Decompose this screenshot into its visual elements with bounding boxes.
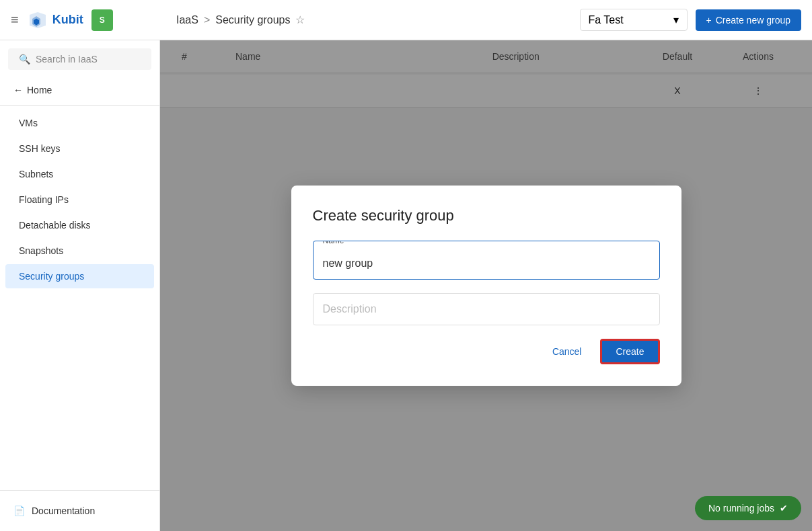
- topbar-left: ≡ Kubit S: [11, 9, 171, 31]
- modal-actions: Cancel Create: [313, 339, 660, 364]
- favorite-icon[interactable]: ☆: [295, 13, 305, 26]
- user-avatar: S: [91, 9, 113, 31]
- vms-label: VMs: [19, 118, 38, 128]
- breadcrumb-current: Security groups: [215, 14, 290, 26]
- modal-create-security-group: Create security group Name * Canc: [291, 186, 681, 386]
- sidebar-item-subnets[interactable]: Subnets: [5, 162, 154, 186]
- menu-icon[interactable]: ≡: [11, 12, 19, 28]
- check-icon: ✔: [780, 503, 788, 514]
- sidebar-item-security-groups[interactable]: Security groups: [5, 264, 154, 288]
- detachable-disks-label: Detachable disks: [19, 220, 91, 231]
- ssh-keys-label: SSH keys: [19, 143, 60, 154]
- status-bar: No running jobs ✔: [695, 496, 801, 520]
- tenant-name: Fa Test: [589, 14, 624, 26]
- security-groups-label: Security groups: [19, 271, 84, 282]
- main-content: # Name Description Default Actions X ⋮ C…: [160, 40, 812, 531]
- floating-ips-label: Floating IPs: [19, 194, 69, 205]
- breadcrumb: IaaS > Security groups ☆: [171, 13, 580, 26]
- snapshots-label: Snapshots: [19, 245, 63, 256]
- form-group-name: Name *: [313, 241, 660, 280]
- form-group-description: [313, 293, 660, 325]
- name-label: Name *: [320, 241, 353, 245]
- cancel-button[interactable]: Cancel: [544, 341, 590, 362]
- doc-label: Documentation: [32, 505, 95, 516]
- sidebar: 🔍 Search in IaaS ← Home VMs SSH keys Sub…: [0, 40, 160, 531]
- plus-icon: +: [706, 15, 712, 26]
- subnets-label: Subnets: [19, 169, 53, 179]
- sidebar-item-home[interactable]: ← Home: [0, 78, 159, 102]
- description-input[interactable]: [313, 294, 659, 325]
- sidebar-divider: [0, 105, 159, 106]
- doc-icon: 📄: [13, 505, 25, 516]
- create-btn-label: Create new group: [716, 15, 790, 26]
- sidebar-item-snapshots[interactable]: Snapshots: [5, 239, 154, 263]
- status-label: No running jobs: [708, 503, 774, 514]
- name-field-wrapper: Name *: [313, 241, 660, 280]
- create-new-group-button[interactable]: + Create new group: [696, 9, 801, 31]
- modal-overlay: Create security group Name * Canc: [160, 40, 812, 531]
- modal-title: Create security group: [313, 207, 660, 224]
- topbar-right: Fa Test ▾ + Create new group: [580, 9, 801, 31]
- chevron-down-icon: ▾: [673, 13, 679, 26]
- create-button[interactable]: Create: [600, 339, 659, 364]
- sidebar-item-documentation[interactable]: 📄 Documentation: [0, 499, 159, 523]
- sidebar-item-detachable-disks[interactable]: Detachable disks: [5, 213, 154, 237]
- breadcrumb-parent[interactable]: IaaS: [176, 14, 198, 26]
- topbar: ≡ Kubit S IaaS > Security groups ☆ Fa Te…: [0, 0, 812, 40]
- home-label: Home: [27, 85, 52, 95]
- search-icon: 🔍: [19, 54, 30, 65]
- sidebar-item-floating-ips[interactable]: Floating IPs: [5, 188, 154, 212]
- name-input[interactable]: [313, 248, 659, 279]
- sidebar-bottom: 📄 Documentation: [0, 490, 159, 523]
- kubit-logo-icon: [27, 9, 48, 31]
- arrow-left-icon: ←: [13, 85, 23, 95]
- search-placeholder: Search in IaaS: [36, 54, 98, 65]
- logo: Kubit: [27, 9, 83, 31]
- description-field-wrapper: [313, 293, 660, 325]
- logo-name: Kubit: [52, 13, 83, 27]
- breadcrumb-separator: >: [204, 14, 210, 26]
- tenant-selector[interactable]: Fa Test ▾: [580, 9, 688, 31]
- sidebar-item-ssh-keys[interactable]: SSH keys: [5, 136, 154, 161]
- search-box[interactable]: 🔍 Search in IaaS: [8, 48, 151, 70]
- layout: 🔍 Search in IaaS ← Home VMs SSH keys Sub…: [0, 40, 812, 531]
- sidebar-item-vms[interactable]: VMs: [5, 111, 154, 135]
